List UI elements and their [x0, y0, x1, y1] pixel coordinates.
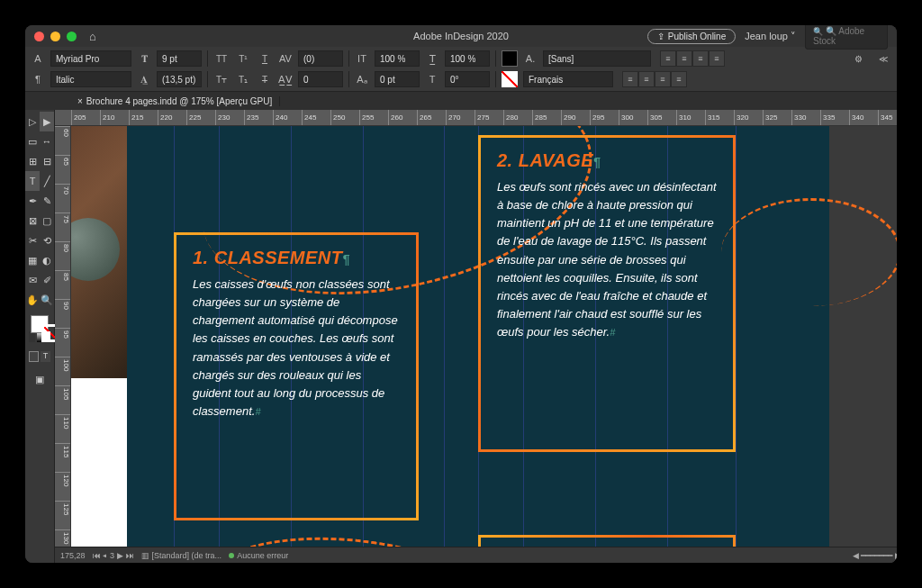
selection-tool[interactable]: ▷: [25, 112, 40, 131]
tracking-input[interactable]: [298, 71, 343, 87]
kerning-input[interactable]: [298, 50, 343, 67]
placed-image: [71, 126, 127, 378]
superscript-button[interactable]: T¹: [235, 50, 251, 67]
preflight-ok-icon: [229, 553, 234, 558]
leading-input[interactable]: [157, 71, 202, 87]
align-justify-group: ≡ ≡ ≡ ≡: [622, 71, 687, 87]
view-options-icon[interactable]: ⚙: [850, 50, 866, 67]
content-collector-tool[interactable]: ⊞: [25, 151, 40, 171]
text-frame-mirage[interactable]: 5. MIRAGE¶: [478, 535, 736, 547]
hscale-input[interactable]: [445, 50, 490, 67]
all-caps-button[interactable]: TT: [213, 50, 230, 67]
page-nav[interactable]: ⏮ ◀ 3 ▶ ⏭: [93, 551, 134, 560]
zoom-tool[interactable]: 🔍: [40, 290, 54, 310]
close-tab-icon[interactable]: ×: [77, 96, 83, 106]
line-tool[interactable]: ╱: [40, 171, 54, 191]
justify-last-right-button[interactable]: ≡: [655, 71, 671, 87]
align-right-button[interactable]: ≡: [692, 50, 709, 67]
leading-icon: 𝐀̲: [137, 72, 151, 86]
more-options-icon[interactable]: ≪: [875, 50, 891, 67]
view-mode-button[interactable]: ▣: [25, 369, 54, 389]
end-of-story-icon: #: [255, 406, 260, 417]
char-style-input[interactable]: [543, 50, 651, 67]
baseline-input[interactable]: [375, 71, 420, 87]
gradient-swatch-tool[interactable]: ▦: [25, 250, 40, 270]
justify-all-button[interactable]: ≡: [671, 71, 687, 87]
text-frame-classement[interactable]: 1. CLASSEMENT¶ Les caisses d'œufs non cl…: [174, 232, 419, 520]
maximize-window-button[interactable]: [67, 32, 77, 41]
search-icon: 🔍: [826, 26, 836, 36]
pen-tool[interactable]: ✒: [25, 191, 40, 211]
gradient-feather-tool[interactable]: ◐: [40, 250, 54, 270]
rectangle-tool[interactable]: ▢: [40, 211, 54, 231]
char-format-icon[interactable]: A: [31, 51, 45, 66]
box-title: 1. CLASSEMENT¶: [193, 248, 400, 268]
font-family-input[interactable]: [50, 50, 131, 67]
content-placer-tool[interactable]: ⊟: [40, 151, 54, 171]
scissors-tool[interactable]: ✂: [25, 231, 40, 250]
box-title: 2. LAVAGE¶: [497, 150, 717, 171]
stroke-swatch[interactable]: [502, 71, 518, 87]
document-tab[interactable]: ×Brochure 4 pages.indd @ 175% [Aperçu GP…: [70, 96, 280, 106]
tracking-icon: A̲V̲: [278, 72, 293, 86]
free-transform-tool[interactable]: ⟲: [40, 231, 54, 250]
text-frame-lavage[interactable]: 2. LAVAGE¶ Les œufs sont rincés avec un …: [478, 135, 736, 452]
align-left-group: ≡ ≡ ≡ ≡: [660, 50, 725, 67]
layer-indicator[interactable]: ▥ [Standard] (de tra...: [141, 551, 222, 560]
cursor-position: 175,28: [60, 551, 86, 560]
dashed-path: [721, 198, 897, 306]
subscript-button[interactable]: T₁: [235, 71, 251, 87]
align-justify-button[interactable]: ≡: [709, 50, 725, 67]
toolbox: ▷ ▶ ▭ ↔ ⊞ ⊟ T ╱ ✒ ✎ ⊠ ▢ ✂ ⟲ ▦ ◐ ✉ ✐ ✋ 🔍: [25, 110, 55, 563]
align-left-button[interactable]: ≡: [660, 50, 676, 67]
vscale-input[interactable]: [375, 50, 420, 67]
ruler-horizontal[interactable]: 2052102152202252302352402452502552602652…: [55, 110, 897, 126]
justify-last-center-button[interactable]: ≡: [638, 71, 655, 87]
font-size-icon: 𝐓: [137, 51, 151, 66]
status-bar: 175,28 ⏮ ◀ 3 ▶ ⏭ ▥ [Standard] (de tra...…: [55, 547, 897, 563]
char-style-label: A.: [523, 51, 538, 66]
underline-button[interactable]: T: [257, 50, 273, 67]
minimize-window-button[interactable]: [50, 32, 60, 41]
small-caps-button[interactable]: Tᴛ: [213, 71, 230, 87]
publish-online-button[interactable]: ⇪Publish Online: [647, 29, 736, 44]
preflight-status[interactable]: Aucune erreur: [229, 551, 288, 560]
guide-line[interactable]: [736, 126, 737, 547]
direct-selection-tool[interactable]: ▶: [40, 112, 54, 131]
pencil-tool[interactable]: ✎: [40, 191, 54, 211]
page-margin-area: [71, 378, 127, 547]
eyedropper-tool[interactable]: ✐: [40, 270, 54, 290]
justify-last-left-button[interactable]: ≡: [622, 71, 638, 87]
hand-tool[interactable]: ✋: [25, 290, 40, 310]
skew-icon: T: [425, 72, 439, 86]
format-text-button[interactable]: T: [41, 351, 50, 362]
scrollbar-horizontal[interactable]: ◀ ━━━━━━━ ▶: [853, 551, 897, 560]
format-container-button[interactable]: [29, 351, 39, 362]
rectangle-frame-tool[interactable]: ⊠: [25, 211, 40, 231]
language-input[interactable]: [523, 71, 613, 87]
apply-none-button[interactable]: [44, 331, 50, 342]
format-container-row: T: [25, 349, 54, 369]
page-tool[interactable]: ▭: [25, 131, 40, 151]
adobe-stock-search[interactable]: 🔍 Adobe Stock: [805, 25, 888, 50]
note-tool[interactable]: ✉: [25, 270, 40, 290]
font-size-input[interactable]: [157, 50, 202, 67]
close-window-button[interactable]: [34, 32, 44, 41]
fill-swatch[interactable]: [502, 50, 518, 67]
align-center-button[interactable]: ≡: [676, 50, 692, 67]
font-style-input[interactable]: [50, 71, 131, 87]
ruler-vertical[interactable]: 6065707580859095100105110115120125130135…: [55, 126, 71, 547]
end-of-story-icon: #: [610, 327, 615, 338]
page-spread: 1. CLASSEMENT¶ Les caisses d'œufs non cl…: [71, 126, 829, 547]
kerning-icon: AV: [278, 51, 293, 66]
document-viewport[interactable]: 1. CLASSEMENT¶ Les caisses d'œufs non cl…: [71, 126, 897, 547]
para-format-icon[interactable]: ¶: [31, 72, 45, 86]
user-menu[interactable]: Jean loup ˅: [745, 31, 796, 42]
box-body: Les œufs sont rincés avec un désinfectan…: [497, 178, 717, 341]
skew-input[interactable]: [445, 71, 490, 87]
strikethrough-button[interactable]: T: [257, 71, 273, 87]
home-icon[interactable]: ⌂: [89, 30, 96, 43]
type-tool[interactable]: T: [25, 171, 40, 191]
gap-tool[interactable]: ↔: [40, 131, 54, 151]
cloud-up-icon: ⇪: [657, 32, 664, 41]
